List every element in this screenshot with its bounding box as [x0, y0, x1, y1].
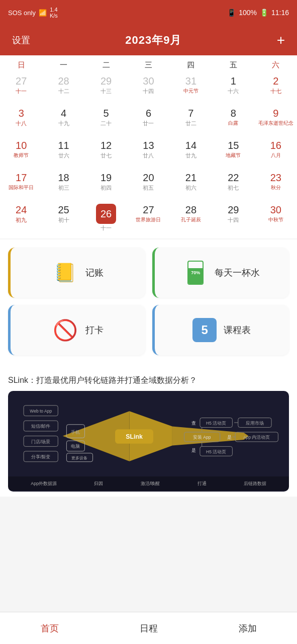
cal-lunar: 廿二 — [185, 120, 196, 127]
cal-cell[interactable]: 15地藏节 — [212, 136, 254, 169]
cal-lunar: 十八 — [16, 120, 27, 127]
cal-lunar: 教师节 — [14, 152, 29, 158]
cal-lunar: 十一 — [16, 88, 27, 95]
ledger-card[interactable]: 📒 记账 — [8, 248, 145, 298]
cal-cell[interactable]: 22初七 — [212, 169, 254, 201]
time-label: 11:16 — [271, 9, 289, 17]
cal-date: 27 — [16, 75, 27, 87]
cal-lunar: 廿八 — [143, 152, 154, 159]
cal-lunar: 初九 — [16, 217, 27, 223]
cal-cell[interactable]: 4十九 — [42, 104, 84, 136]
cal-cell[interactable]: 8白露 — [212, 104, 254, 136]
cal-date: 28 — [185, 204, 196, 216]
cal-cell[interactable]: 5二十 — [85, 104, 127, 136]
svg-text:应用市场: 应用市场 — [246, 421, 264, 426]
cal-date: 23 — [270, 172, 281, 184]
cal-cell[interactable]: 16八月 — [255, 136, 297, 169]
cal-lunar: 十六 — [228, 88, 239, 95]
cal-cell[interactable]: 26十一 — [85, 201, 127, 234]
cal-date: 15 — [228, 139, 239, 151]
checkin-card[interactable]: 🚫 打卡 — [8, 305, 145, 355]
nav-add[interactable]: 添加 — [198, 622, 297, 634]
cal-date: 13 — [143, 139, 154, 151]
cal-lunar: 毛泽东逝世纪念 — [258, 120, 293, 126]
cal-lunar: 十四 — [143, 88, 154, 95]
svg-text:手机: 手机 — [71, 430, 80, 435]
ad-bottom-4: 打通 — [197, 480, 207, 487]
status-bar: SOS only 📶 1.4K/s 📱 100% 🔋 11:16 — [0, 0, 297, 25]
cal-date: 30 — [270, 204, 281, 216]
cal-lunar: 初七 — [228, 185, 239, 191]
add-button[interactable]: + — [277, 33, 285, 47]
cal-cell[interactable]: 31中元节 — [170, 72, 212, 104]
cal-lunar: 十一 — [101, 225, 112, 231]
cal-lunar: 孔子诞辰 — [181, 217, 201, 223]
cal-cell[interactable]: 12廿七 — [85, 136, 127, 169]
cal-cell[interactable]: 11廿六 — [42, 136, 84, 169]
battery-icon: 🔋 — [260, 9, 268, 17]
svg-text:短信/邮件: 短信/邮件 — [31, 424, 50, 429]
cal-date: 6 — [146, 107, 151, 119]
cal-date: 11 — [58, 139, 69, 151]
cal-date: 3 — [19, 107, 24, 119]
ad-bottom-2: 归因 — [94, 480, 103, 487]
settings-button[interactable]: 设置 — [12, 34, 30, 46]
cal-lunar: 十二 — [58, 88, 69, 95]
cal-cell[interactable]: 2十七 — [255, 72, 297, 104]
cal-cell[interactable]: 30中秋节 — [255, 201, 297, 234]
svg-text:H5 活动页: H5 活动页 — [206, 421, 226, 426]
cal-cell[interactable]: 27世界旅游日 — [127, 201, 169, 234]
cal-cell[interactable]: 21初六 — [170, 169, 212, 201]
cal-date: 14 — [185, 139, 196, 151]
cal-lunar: 秋分 — [271, 185, 281, 191]
cal-cell[interactable]: 29十四 — [212, 201, 254, 234]
cal-cell[interactable]: 19初四 — [85, 169, 127, 201]
cal-lunar: 地藏节 — [226, 152, 241, 158]
checkin-label: 打卡 — [85, 324, 104, 336]
cal-cell[interactable]: 10教师节 — [0, 136, 42, 169]
svg-text:Web to App: Web to App — [30, 409, 52, 414]
cal-lunar: 二十 — [101, 120, 112, 127]
cal-lunar: 初六 — [185, 185, 196, 191]
cal-cell[interactable]: 6廿一 — [127, 104, 169, 136]
cal-cell[interactable]: 17国际和平日 — [0, 169, 42, 201]
cal-cell[interactable]: 24初九 — [0, 201, 42, 234]
cal-cell[interactable]: 28十二 — [42, 72, 84, 104]
cal-date: 9 — [273, 107, 278, 119]
nav-home[interactable]: 首页 — [0, 622, 99, 634]
cal-date: 25 — [58, 204, 69, 216]
cal-cell[interactable]: 29十三 — [85, 72, 127, 104]
svg-text:分享/裂变: 分享/裂变 — [31, 454, 50, 459]
ledger-label: 记账 — [85, 267, 104, 279]
cal-cell[interactable]: 13廿八 — [127, 136, 169, 169]
cal-cell[interactable]: 7廿二 — [170, 104, 212, 136]
cal-cell[interactable]: 14廿九 — [170, 136, 212, 169]
cal-cell[interactable]: 18初三 — [42, 169, 84, 201]
cal-cell[interactable]: 1十六 — [212, 72, 254, 104]
svg-text:是: 是 — [227, 434, 232, 440]
cal-cell[interactable]: 23秋分 — [255, 169, 297, 201]
water-label: 每天一杯水 — [215, 267, 260, 279]
cal-cell[interactable]: 9毛泽东逝世纪念 — [255, 104, 297, 136]
cal-date: 2 — [273, 75, 278, 87]
speed-label: 1.4K/s — [50, 7, 58, 19]
cal-cell[interactable]: 27十一 — [0, 72, 42, 104]
water-card[interactable]: 70% 每天一杯水 — [152, 248, 289, 298]
month-title: 2023年9月 — [125, 33, 181, 48]
cal-cell[interactable]: 25初十 — [42, 201, 84, 234]
course-card[interactable]: 5 课程表 — [152, 305, 289, 355]
status-right: 📱 100% 🔋 11:16 — [227, 9, 289, 17]
svg-text:H5 活动页: H5 活动页 — [206, 449, 226, 454]
cal-lunar: 初五 — [143, 185, 154, 191]
cal-cell[interactable]: 20初五 — [127, 169, 169, 201]
cal-lunar: 初十 — [58, 217, 69, 223]
ad-section: SLink：打造最优用户转化链路并打通全域数据分析？ — [0, 366, 297, 497]
cal-cell[interactable]: 3十八 — [0, 104, 42, 136]
cal-cell[interactable]: 28孔子诞辰 — [170, 201, 212, 234]
svg-text:是: 是 — [191, 447, 196, 453]
cal-lunar: 世界旅游日 — [136, 217, 161, 223]
nav-schedule[interactable]: 日程 — [99, 622, 198, 634]
cal-cell[interactable]: 30十四 — [127, 72, 169, 104]
svg-text:门店/场景: 门店/场景 — [31, 439, 50, 444]
cal-lunar: 廿七 — [101, 152, 112, 159]
